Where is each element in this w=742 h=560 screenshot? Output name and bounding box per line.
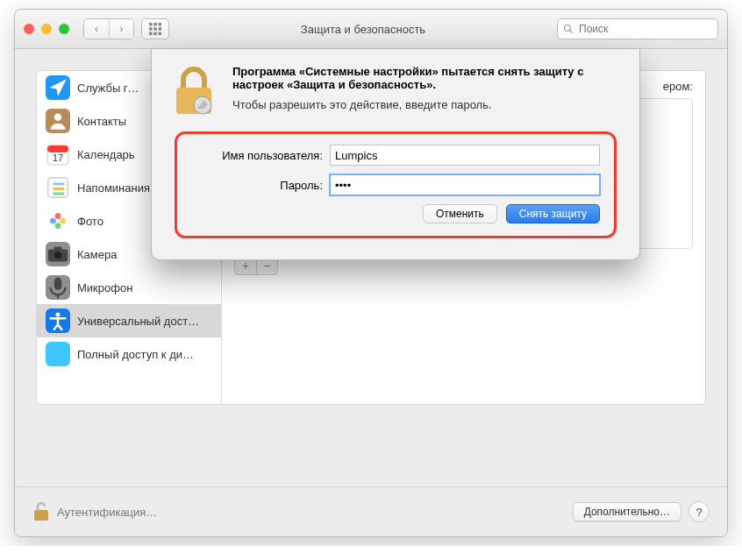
camera-icon [46,242,70,266]
svg-rect-8 [159,32,162,36]
sidebar-item-accessibility[interactable]: Универсальный дост… [37,304,221,337]
svg-point-11 [54,114,61,121]
svg-rect-6 [149,32,153,36]
nav-back-button[interactable]: ‹ [84,19,109,39]
svg-rect-7 [153,32,157,36]
lock-text: Аутентификация… [57,506,157,519]
svg-rect-27 [54,278,61,290]
svg-text:17: 17 [53,152,63,163]
calendar-icon: 17 [46,142,70,167]
nav-forward-button[interactable]: › [109,19,133,39]
search-field[interactable] [557,18,718,39]
folder-icon [46,342,70,366]
sidebar-item-label: Микрофон [77,281,132,294]
sidebar-item-label: Полный доступ к ди… [77,348,194,361]
location-icon [46,75,70,100]
footer: Аутентификация… Дополнительно… ? [15,486,727,536]
svg-rect-2 [159,23,162,26]
username-label: Имя пользователя: [191,149,323,162]
photos-icon [46,209,70,233]
zoom-window-button[interactable] [59,24,69,34]
svg-point-20 [55,213,61,219]
contacts-icon [46,109,70,133]
unlock-button[interactable]: Снять защиту [506,204,600,223]
help-button[interactable]: ? [688,501,710,522]
svg-rect-4 [153,27,157,31]
svg-line-10 [570,31,573,33]
search-icon [563,24,574,34]
lock-large-icon [168,65,220,117]
sidebar-item-label: Камера [77,248,117,261]
sidebar-item-microphone[interactable]: Микрофон [37,271,221,304]
microphone-icon [46,275,70,300]
password-label: Пароль: [191,179,323,192]
auth-sheet: Программа «Системные настройки» пытается… [151,48,640,260]
svg-rect-0 [149,23,153,26]
svg-rect-13 [47,145,68,152]
accessibility-icon [46,308,70,333]
svg-point-25 [54,252,61,259]
sidebar-item-label: Службы г… [77,82,139,95]
password-input[interactable] [330,174,600,195]
svg-rect-31 [34,510,48,521]
traffic-lights [24,24,69,34]
lock-open-icon [32,500,50,523]
window-title: Защита и безопасность [176,23,550,36]
preferences-window: ‹ › Защита и безопасность Службы г…Конта… [14,9,728,537]
sidebar-item-label: Контакты [77,115,126,128]
sidebar-item-folder[interactable]: Полный доступ к ди… [37,337,221,371]
svg-point-21 [60,218,66,224]
svg-point-22 [55,223,61,229]
sidebar-item-label: Фото [77,215,103,228]
search-input[interactable] [577,22,712,36]
auth-heading: Программа «Системные настройки» пытается… [232,65,624,91]
minimize-window-button[interactable] [41,24,52,34]
svg-rect-5 [159,27,162,31]
close-window-button[interactable] [24,24,34,34]
lock-status[interactable]: Аутентификация… [32,500,157,523]
titlebar: ‹ › Защита и безопасность [15,10,727,49]
sidebar-item-label: Универсальный дост… [77,315,199,328]
svg-point-30 [55,312,60,316]
advanced-button[interactable]: Дополнительно… [573,502,681,521]
show-all-button[interactable] [141,18,169,39]
svg-rect-1 [153,23,157,26]
svg-rect-26 [54,247,61,251]
auth-form-highlight: Имя пользователя: Пароль: Отменить Снять… [175,131,617,238]
cancel-button[interactable]: Отменить [423,204,497,223]
svg-point-23 [50,218,56,224]
reminders-icon [46,175,70,200]
svg-point-9 [565,25,571,32]
svg-rect-3 [149,27,153,31]
auth-text: Программа «Системные настройки» пытается… [232,65,624,117]
sidebar-item-label: Напоминания [77,181,150,195]
username-input[interactable] [330,145,600,166]
grid-icon [149,23,161,35]
sidebar-item-label: Календарь [77,148,135,161]
nav-back-forward: ‹ › [83,18,134,39]
auth-subtext: Чтобы разрешить это действие, введите па… [232,98,492,111]
